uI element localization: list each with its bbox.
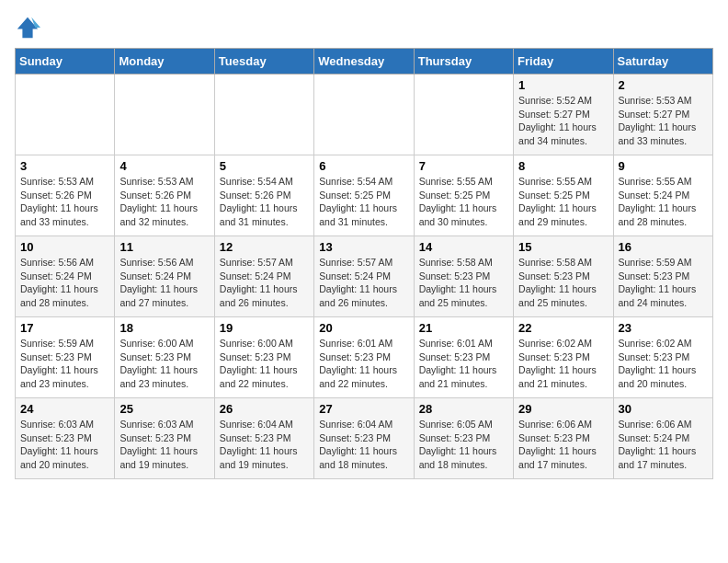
week-row-4: 17Sunrise: 5:59 AM Sunset: 5:23 PM Dayli… — [16, 317, 713, 398]
calendar-cell: 9Sunrise: 5:55 AM Sunset: 5:24 PM Daylig… — [613, 155, 712, 236]
day-detail: Sunrise: 5:59 AM Sunset: 5:23 PM Dayligh… — [20, 337, 109, 391]
day-detail: Sunrise: 6:06 AM Sunset: 5:24 PM Dayligh… — [619, 418, 708, 472]
day-detail: Sunrise: 6:02 AM Sunset: 5:23 PM Dayligh… — [518, 337, 608, 391]
calendar-cell: 25Sunrise: 6:03 AM Sunset: 5:23 PM Dayli… — [115, 398, 214, 479]
day-number: 15 — [518, 240, 608, 254]
weekday-header-wednesday: Wednesday — [314, 49, 414, 75]
calendar-cell: 15Sunrise: 5:58 AM Sunset: 5:23 PM Dayli… — [514, 236, 613, 317]
calendar-cell: 21Sunrise: 6:01 AM Sunset: 5:23 PM Dayli… — [414, 317, 513, 398]
calendar-cell: 10Sunrise: 5:56 AM Sunset: 5:24 PM Dayli… — [16, 236, 115, 317]
calendar-cell: 8Sunrise: 5:55 AM Sunset: 5:25 PM Daylig… — [514, 155, 613, 236]
day-number: 30 — [619, 402, 708, 416]
day-number: 7 — [419, 159, 508, 173]
day-number: 25 — [119, 402, 209, 416]
calendar-cell: 14Sunrise: 5:58 AM Sunset: 5:23 PM Dayli… — [414, 236, 513, 317]
logo — [15, 15, 44, 40]
calendar-cell: 23Sunrise: 6:02 AM Sunset: 5:23 PM Dayli… — [613, 317, 712, 398]
day-detail: Sunrise: 5:58 AM Sunset: 5:23 PM Dayligh… — [419, 256, 508, 310]
calendar-cell: 1Sunrise: 5:52 AM Sunset: 5:27 PM Daylig… — [514, 75, 613, 155]
day-detail: Sunrise: 5:53 AM Sunset: 5:27 PM Dayligh… — [619, 94, 708, 148]
calendar-cell — [16, 75, 115, 155]
calendar-cell: 27Sunrise: 6:04 AM Sunset: 5:23 PM Dayli… — [314, 398, 414, 479]
day-detail: Sunrise: 5:55 AM Sunset: 5:25 PM Dayligh… — [518, 175, 608, 229]
page-header — [15, 15, 713, 40]
day-detail: Sunrise: 6:03 AM Sunset: 5:23 PM Dayligh… — [119, 418, 209, 472]
day-number: 26 — [220, 402, 309, 416]
calendar-cell: 16Sunrise: 5:59 AM Sunset: 5:23 PM Dayli… — [613, 236, 712, 317]
day-number: 13 — [319, 240, 408, 254]
calendar-cell: 7Sunrise: 5:55 AM Sunset: 5:25 PM Daylig… — [414, 155, 513, 236]
day-number: 20 — [319, 321, 408, 335]
day-detail: Sunrise: 5:57 AM Sunset: 5:24 PM Dayligh… — [319, 256, 408, 310]
day-detail: Sunrise: 6:02 AM Sunset: 5:23 PM Dayligh… — [619, 337, 708, 391]
weekday-header-thursday: Thursday — [414, 49, 513, 75]
calendar-table: SundayMondayTuesdayWednesdayThursdayFrid… — [15, 48, 713, 479]
calendar-cell: 13Sunrise: 5:57 AM Sunset: 5:24 PM Dayli… — [314, 236, 414, 317]
day-number: 24 — [20, 402, 109, 416]
week-row-1: 1Sunrise: 5:52 AM Sunset: 5:27 PM Daylig… — [16, 75, 713, 155]
logo-icon — [15, 15, 40, 40]
calendar-cell: 17Sunrise: 5:59 AM Sunset: 5:23 PM Dayli… — [16, 317, 115, 398]
day-detail: Sunrise: 5:52 AM Sunset: 5:27 PM Dayligh… — [518, 94, 608, 148]
day-number: 18 — [119, 321, 209, 335]
day-number: 12 — [220, 240, 309, 254]
weekday-header-monday: Monday — [115, 49, 214, 75]
day-number: 17 — [20, 321, 109, 335]
day-number: 6 — [319, 159, 408, 173]
day-number: 14 — [419, 240, 508, 254]
day-detail: Sunrise: 5:57 AM Sunset: 5:24 PM Dayligh… — [220, 256, 309, 310]
day-number: 23 — [619, 321, 708, 335]
calendar-cell: 20Sunrise: 6:01 AM Sunset: 5:23 PM Dayli… — [314, 317, 414, 398]
weekday-header-sunday: Sunday — [16, 49, 115, 75]
day-detail: Sunrise: 5:53 AM Sunset: 5:26 PM Dayligh… — [20, 175, 109, 229]
day-number: 16 — [619, 240, 708, 254]
day-number: 9 — [619, 159, 708, 173]
calendar-cell: 24Sunrise: 6:03 AM Sunset: 5:23 PM Dayli… — [16, 398, 115, 479]
calendar-cell: 11Sunrise: 5:56 AM Sunset: 5:24 PM Dayli… — [115, 236, 214, 317]
day-detail: Sunrise: 6:04 AM Sunset: 5:23 PM Dayligh… — [319, 418, 408, 472]
calendar-cell: 18Sunrise: 6:00 AM Sunset: 5:23 PM Dayli… — [115, 317, 214, 398]
day-detail: Sunrise: 5:55 AM Sunset: 5:25 PM Dayligh… — [419, 175, 508, 229]
day-detail: Sunrise: 5:56 AM Sunset: 5:24 PM Dayligh… — [119, 256, 209, 310]
svg-marker-0 — [17, 17, 38, 38]
calendar-cell — [414, 75, 513, 155]
day-detail: Sunrise: 6:00 AM Sunset: 5:23 PM Dayligh… — [119, 337, 209, 391]
day-detail: Sunrise: 6:01 AM Sunset: 5:23 PM Dayligh… — [319, 337, 408, 391]
day-detail: Sunrise: 6:03 AM Sunset: 5:23 PM Dayligh… — [20, 418, 109, 472]
calendar-cell: 22Sunrise: 6:02 AM Sunset: 5:23 PM Dayli… — [514, 317, 613, 398]
calendar-cell: 30Sunrise: 6:06 AM Sunset: 5:24 PM Dayli… — [613, 398, 712, 479]
day-number: 4 — [119, 159, 209, 173]
day-number: 22 — [518, 321, 608, 335]
calendar-cell: 5Sunrise: 5:54 AM Sunset: 5:26 PM Daylig… — [214, 155, 313, 236]
weekday-header-saturday: Saturday — [613, 49, 712, 75]
weekday-header-tuesday: Tuesday — [214, 49, 313, 75]
day-number: 1 — [518, 78, 608, 92]
day-number: 29 — [518, 402, 608, 416]
day-detail: Sunrise: 6:04 AM Sunset: 5:23 PM Dayligh… — [220, 418, 309, 472]
day-detail: Sunrise: 6:06 AM Sunset: 5:23 PM Dayligh… — [518, 418, 608, 472]
calendar-cell: 28Sunrise: 6:05 AM Sunset: 5:23 PM Dayli… — [414, 398, 513, 479]
day-number: 8 — [518, 159, 608, 173]
calendar-cell: 19Sunrise: 6:00 AM Sunset: 5:23 PM Dayli… — [214, 317, 313, 398]
calendar-cell: 3Sunrise: 5:53 AM Sunset: 5:26 PM Daylig… — [16, 155, 115, 236]
weekday-header-row: SundayMondayTuesdayWednesdayThursdayFrid… — [16, 49, 713, 75]
calendar-cell: 26Sunrise: 6:04 AM Sunset: 5:23 PM Dayli… — [214, 398, 313, 479]
day-number: 5 — [220, 159, 309, 173]
calendar-cell: 6Sunrise: 5:54 AM Sunset: 5:25 PM Daylig… — [314, 155, 414, 236]
day-detail: Sunrise: 6:01 AM Sunset: 5:23 PM Dayligh… — [419, 337, 508, 391]
calendar-cell — [214, 75, 313, 155]
day-detail: Sunrise: 5:58 AM Sunset: 5:23 PM Dayligh… — [518, 256, 608, 310]
day-number: 19 — [220, 321, 309, 335]
week-row-3: 10Sunrise: 5:56 AM Sunset: 5:24 PM Dayli… — [16, 236, 713, 317]
day-number: 11 — [119, 240, 209, 254]
day-detail: Sunrise: 6:00 AM Sunset: 5:23 PM Dayligh… — [220, 337, 309, 391]
weekday-header-friday: Friday — [514, 49, 613, 75]
day-detail: Sunrise: 5:59 AM Sunset: 5:23 PM Dayligh… — [619, 256, 708, 310]
day-number: 2 — [619, 78, 708, 92]
calendar-cell: 12Sunrise: 5:57 AM Sunset: 5:24 PM Dayli… — [214, 236, 313, 317]
day-number: 10 — [20, 240, 109, 254]
day-number: 21 — [419, 321, 508, 335]
week-row-5: 24Sunrise: 6:03 AM Sunset: 5:23 PM Dayli… — [16, 398, 713, 479]
day-detail: Sunrise: 5:54 AM Sunset: 5:26 PM Dayligh… — [220, 175, 309, 229]
calendar-cell: 4Sunrise: 5:53 AM Sunset: 5:26 PM Daylig… — [115, 155, 214, 236]
